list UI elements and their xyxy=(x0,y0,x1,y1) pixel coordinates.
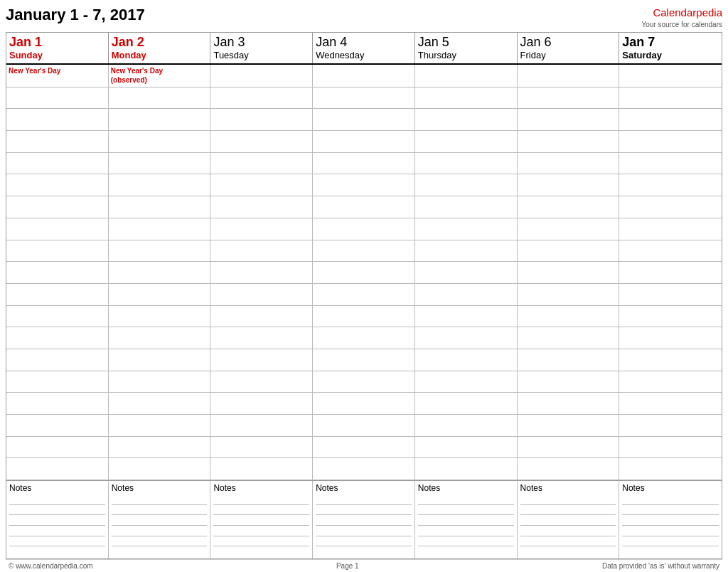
calendar-body: New Year's DayNew Year's Day(observed) xyxy=(6,65,722,480)
line-cell xyxy=(109,284,211,305)
line-cell xyxy=(619,306,722,327)
line-row xyxy=(6,131,722,153)
line-row xyxy=(6,393,722,415)
line-cell xyxy=(415,240,518,262)
notes-line xyxy=(9,546,105,546)
line-cell xyxy=(415,153,518,174)
line-cell xyxy=(518,458,620,480)
notes-line xyxy=(520,536,616,536)
line-cell xyxy=(313,196,415,218)
brand-pedia: pedia xyxy=(696,6,722,18)
line-cell xyxy=(210,458,313,480)
notes-label: Notes xyxy=(213,483,309,493)
line-cell xyxy=(313,262,415,283)
holiday-cell xyxy=(518,65,620,87)
line-cell xyxy=(6,327,109,349)
day-name: Wednesday xyxy=(316,50,412,61)
line-cell xyxy=(619,196,722,218)
page-footer: © www.calendarpedia.com Page 1 Data prov… xyxy=(6,559,722,572)
line-cell xyxy=(415,284,518,305)
line-cell xyxy=(518,437,620,458)
holiday-cell xyxy=(415,65,518,87)
day-header-jan4: Jan 4Wednesday xyxy=(313,33,415,63)
line-cell xyxy=(109,174,211,196)
notes-lines xyxy=(622,494,719,556)
day-number: Jan 1 xyxy=(9,35,105,51)
notes-line xyxy=(418,525,514,526)
line-cell xyxy=(210,88,313,109)
notes-line xyxy=(9,514,105,515)
line-cell xyxy=(313,458,415,480)
line-cell xyxy=(313,284,415,305)
line-cell xyxy=(415,393,518,414)
notes-line xyxy=(112,536,208,536)
line-cell xyxy=(518,153,620,174)
day-header-jan7: Jan 7Saturday xyxy=(619,33,722,63)
line-row xyxy=(6,153,722,175)
line-cell xyxy=(210,284,313,305)
line-cell xyxy=(518,349,620,371)
notes-line xyxy=(213,504,309,505)
line-cell xyxy=(619,437,722,458)
line-cell xyxy=(415,415,518,436)
notes-line xyxy=(316,525,412,526)
line-row xyxy=(6,218,722,240)
line-cell xyxy=(210,218,313,240)
line-cell xyxy=(109,327,211,349)
footer-right: Data provided 'as is' without warranty xyxy=(602,562,719,570)
line-cell xyxy=(109,196,211,218)
notes-line xyxy=(520,514,616,515)
line-cell xyxy=(518,393,620,414)
line-cell xyxy=(619,218,722,240)
holiday-cell: New Year's Day(observed) xyxy=(109,65,211,87)
line-cell xyxy=(313,174,415,196)
line-cell xyxy=(6,306,109,327)
line-cell xyxy=(6,458,109,480)
notes-line xyxy=(520,504,616,505)
notes-label: Notes xyxy=(418,483,514,493)
brand: Calendarpedia Your source for calendars xyxy=(641,6,722,29)
notes-line xyxy=(316,546,412,546)
day-number: Jan 2 xyxy=(112,35,208,51)
notes-line xyxy=(9,525,105,526)
line-cell xyxy=(619,371,722,393)
line-cell xyxy=(210,262,313,283)
line-cell xyxy=(210,131,313,152)
notes-column: Notes xyxy=(415,481,518,558)
day-header-jan3: Jan 3Tuesday xyxy=(210,33,313,63)
day-number: Jan 3 xyxy=(213,35,309,51)
line-cell xyxy=(313,306,415,327)
line-cell xyxy=(415,262,518,283)
line-cell xyxy=(415,327,518,349)
line-cell xyxy=(415,458,518,480)
line-row xyxy=(6,109,722,131)
notes-line xyxy=(213,536,309,536)
day-header-jan5: Jan 5Thursday xyxy=(415,33,518,63)
line-cell xyxy=(313,131,415,152)
line-cell xyxy=(210,153,313,174)
notes-line xyxy=(418,546,514,546)
footer-center: Page 1 xyxy=(336,562,359,570)
line-cell xyxy=(313,415,415,436)
line-cell xyxy=(619,153,722,174)
line-cell xyxy=(415,349,518,371)
page-header: January 1 - 7, 2017 Calendarpedia Your s… xyxy=(6,6,722,29)
line-row xyxy=(6,327,722,349)
day-number: Jan 5 xyxy=(418,35,514,51)
line-cell xyxy=(210,393,313,414)
notes-label: Notes xyxy=(316,483,412,493)
line-row xyxy=(6,415,722,437)
line-row xyxy=(6,349,722,371)
day-name: Sunday xyxy=(9,50,105,61)
line-cell xyxy=(619,88,722,109)
notes-line xyxy=(622,536,719,536)
day-headers-row: Jan 1SundayJan 2MondayJan 3TuesdayJan 4W… xyxy=(6,33,722,65)
day-number: Jan 4 xyxy=(316,35,412,51)
notes-lines xyxy=(9,494,105,556)
line-cell xyxy=(619,262,722,283)
line-cell xyxy=(109,371,211,393)
line-cell xyxy=(109,88,211,109)
line-cell xyxy=(619,458,722,480)
notes-column: Notes xyxy=(210,481,313,558)
line-row xyxy=(6,174,722,196)
